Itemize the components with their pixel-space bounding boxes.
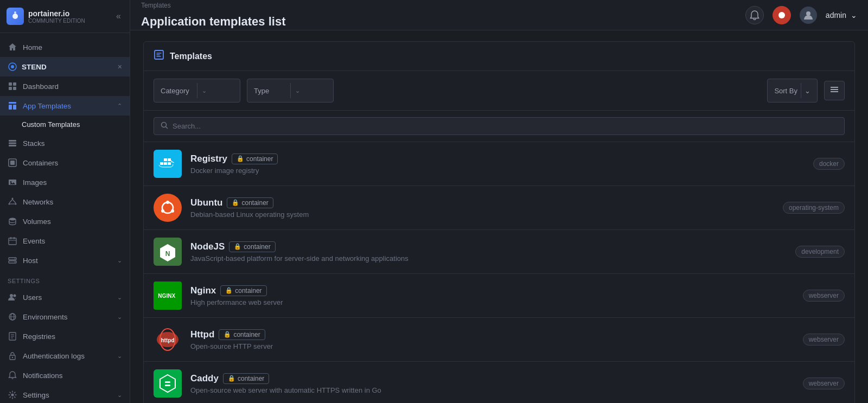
main-area: Templates Application templates list [130,0,868,403]
sidebar-item-host[interactable]: Host ⌄ [0,251,130,270]
sidebar-item-environments[interactable]: Environments ⌄ [0,307,130,327]
svg-rect-14 [9,140,16,142]
type-dropdown[interactable]: Type ⌄ [247,79,334,103]
template-row[interactable]: NGINX Nginx 🔒 container High performance… [144,274,854,318]
sidebar-item-volumes[interactable]: Volumes [0,212,130,231]
svg-rect-10 [9,105,12,110]
sort-by-chevron-icon: ⌄ [805,87,810,95]
nodejs-badge: 🔒 container [229,241,275,252]
template-row[interactable]: Ubuntu 🔒 container Debian-based Linux op… [144,186,854,230]
sidebar-item-users[interactable]: Users ⌄ [0,287,130,307]
sidebar-item-notifications[interactable]: Notifications [0,366,130,385]
sidebar-item-stacks[interactable]: Stacks [0,133,130,153]
lock-icon: 🔒 [237,155,244,162]
template-row[interactable]: Registry 🔒 container Docker image regist… [144,142,854,186]
svg-line-51 [166,127,168,129]
sidebar-events-label: Events [23,237,122,245]
svg-text:httpd: httpd [161,337,175,343]
svg-rect-48 [831,89,838,90]
topbar-right: admin ⌄ [745,6,857,24]
search-input-wrap [154,117,845,135]
sidebar: portainer.io COMMUNITY EDITION « Home [0,0,130,403]
users-icon [8,292,17,302]
template-row[interactable]: Caddy 🔒 container Open-source web server… [144,362,854,403]
sidebar-images-label: Images [23,178,122,187]
httpd-tag: webserver [803,334,845,346]
nginx-badge: 🔒 container [220,285,266,296]
httpd-badge-label: container [233,331,260,338]
logo-area: portainer.io COMMUNITY EDITION [7,8,85,25]
sidebar-item-app-templates[interactable]: App Templates ⌃ [0,96,130,116]
sidebar-item-label: Home [23,43,122,52]
category-chevron-icon: ⌄ [202,87,234,94]
volumes-icon [8,216,17,226]
sidebar-item-auth-logs[interactable]: Authentication logs ⌄ [0,346,130,366]
svg-point-58 [166,201,169,204]
panel-header: Templates [144,42,854,71]
svg-point-43 [11,394,14,396]
record-button[interactable] [773,6,791,24]
user-chevron-icon: ⌄ [851,11,857,20]
columns-button[interactable] [824,81,845,100]
images-icon [8,177,17,187]
collapse-sidebar-button[interactable]: « [114,9,123,23]
app-edition: COMMUNITY EDITION [28,18,85,24]
env-close-button[interactable]: × [118,62,122,71]
ubuntu-tag: operating-system [783,202,845,214]
sidebar-item-home[interactable]: Home [0,37,130,57]
template-row[interactable]: N NodeJS 🔒 container JavaScript-based pl… [144,230,854,274]
sidebar-users-label: Users [23,293,112,302]
svg-rect-13 [9,143,16,144]
nodejs-tag: development [795,246,845,258]
svg-rect-67 [165,381,170,383]
svg-rect-68 [165,385,170,386]
svg-point-17 [12,198,14,200]
svg-rect-54 [168,162,171,165]
sidebar-env-item[interactable]: STEND × [0,57,130,76]
caddy-logo [154,369,182,398]
svg-point-30 [15,258,16,259]
user-menu-button[interactable]: admin ⌄ [826,11,857,20]
svg-rect-47 [831,87,838,88]
nodejs-desc: JavaScript-based platform for server-sid… [190,254,787,263]
home-icon [8,42,17,52]
caddy-badge: 🔒 container [223,373,269,384]
sort-by-button[interactable]: Sort By ⌄ [767,79,818,103]
templates-panel: Templates Category ⌄ Type ⌄ Sort By ⌄ [143,41,855,403]
svg-point-42 [12,357,13,358]
panel-header-icon [154,49,164,63]
sidebar-item-networks[interactable]: Networks [0,192,130,212]
httpd-badge: 🔒 container [219,329,265,340]
svg-point-45 [806,11,810,16]
sidebar-item-settings[interactable]: Settings ⌄ [0,385,130,403]
template-row[interactable]: httpd Httpd 🔒 container Open-source HTTP… [144,318,854,362]
sidebar-stacks-label: Stacks [23,139,122,148]
networks-icon [8,197,17,207]
sidebar-item-events[interactable]: Events [0,231,130,251]
ubuntu-desc: Debian-based Linux operating system [190,210,774,219]
type-chevron-icon: ⌄ [295,87,327,94]
svg-point-33 [14,295,16,297]
host-icon [8,255,17,265]
portainer-logo [7,8,24,25]
settings-section-label: Settings [0,270,130,287]
search-input[interactable] [173,122,838,130]
host-chevron: ⌄ [117,257,122,264]
notifications-icon [8,370,17,380]
svg-rect-5 [9,82,12,86]
page-title: Application templates list [141,15,286,29]
sidebar-item-custom-templates[interactable]: Custom Templates [0,116,130,133]
sidebar-item-registries[interactable]: Registries [0,327,130,346]
sidebar-item-dashboard[interactable]: Dashboard [0,76,130,96]
registry-logo [154,150,182,178]
category-dropdown[interactable]: Category ⌄ [154,79,240,103]
sidebar-item-images[interactable]: Images [0,172,130,192]
sidebar-item-containers[interactable]: Containers [0,153,130,172]
settings-chevron: ⌄ [117,392,122,399]
sidebar-settings-label: Settings [23,391,112,399]
notifications-button[interactable] [745,6,764,24]
stacks-icon [8,138,17,148]
sidebar-custom-templates-label: Custom Templates [22,120,122,129]
panel-header-title: Templates [170,52,212,61]
nginx-logo: NGINX [154,282,182,310]
